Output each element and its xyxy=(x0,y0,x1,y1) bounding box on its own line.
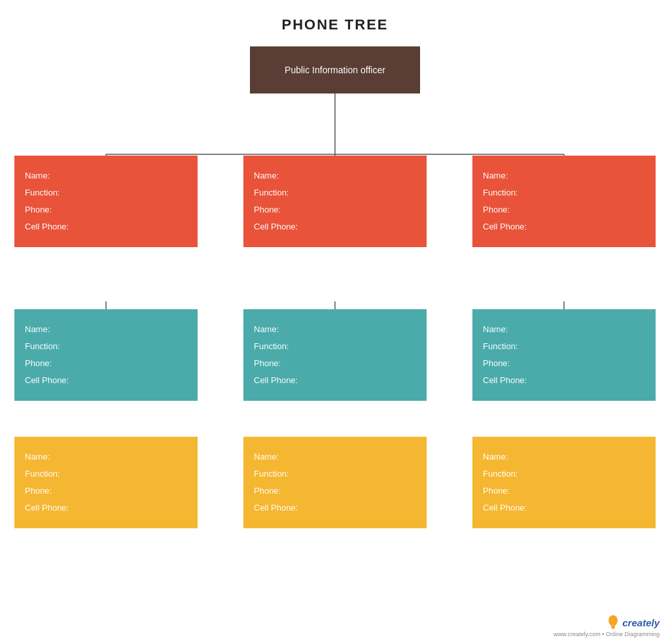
watermark-sub: www.creately.com • Online Diagramming xyxy=(554,631,660,637)
creately-logo: creately xyxy=(554,614,660,631)
card-name: Name: xyxy=(254,167,416,184)
page: PHONE TREE xyxy=(0,0,670,644)
creately-icon xyxy=(607,614,619,631)
card-phone: Phone: xyxy=(254,483,416,500)
card-name: Name: xyxy=(483,167,645,184)
tree-container: Public Information officer Name: Functio… xyxy=(13,46,657,528)
card-function: Function: xyxy=(254,338,416,355)
watermark: creately www.creately.com • Online Diagr… xyxy=(554,614,660,637)
card-cellphone: Cell Phone: xyxy=(483,500,645,517)
card-l1-3: Name: Function: Phone: Cell Phone: xyxy=(472,156,656,247)
card-function: Function: xyxy=(483,338,645,355)
card-cellphone: Cell Phone: xyxy=(483,372,645,389)
svg-rect-13 xyxy=(612,628,614,629)
card-function: Function: xyxy=(25,184,187,201)
card-cellphone: Cell Phone: xyxy=(25,218,187,235)
level-3-row: Name: Function: Phone: Cell Phone: Name:… xyxy=(13,437,657,528)
card-cellphone: Cell Phone: xyxy=(483,218,645,235)
watermark-content: creately www.creately.com • Online Diagr… xyxy=(554,614,660,637)
card-name: Name: xyxy=(483,321,645,338)
root-label: Public Information officer xyxy=(285,65,385,75)
card-l2-2: Name: Function: Phone: Cell Phone: xyxy=(243,309,427,401)
card-l1-1: Name: Function: Phone: Cell Phone: xyxy=(14,156,198,247)
card-name: Name: xyxy=(25,167,187,184)
card-name: Name: xyxy=(483,449,645,466)
card-function: Function: xyxy=(483,466,645,483)
card-phone: Phone: xyxy=(25,483,187,500)
card-cellphone: Cell Phone: xyxy=(254,500,416,517)
card-l2-1: Name: Function: Phone: Cell Phone: xyxy=(14,309,198,401)
card-phone: Phone: xyxy=(483,355,645,372)
level-2-row: Name: Function: Phone: Cell Phone: Name:… xyxy=(13,309,657,401)
root-node: Public Information officer xyxy=(250,46,420,93)
card-phone: Phone: xyxy=(25,355,187,372)
card-cellphone: Cell Phone: xyxy=(254,218,416,235)
card-l3-3: Name: Function: Phone: Cell Phone: xyxy=(472,437,656,528)
card-function: Function: xyxy=(25,338,187,355)
card-function: Function: xyxy=(254,184,416,201)
card-l1-2: Name: Function: Phone: Cell Phone: xyxy=(243,156,427,247)
card-phone: Phone: xyxy=(25,201,187,218)
card-name: Name: xyxy=(25,321,187,338)
card-phone: Phone: xyxy=(254,201,416,218)
card-function: Function: xyxy=(25,466,187,483)
card-name: Name: xyxy=(254,449,416,466)
watermark-brand: creately xyxy=(622,617,660,628)
card-l3-1: Name: Function: Phone: Cell Phone: xyxy=(14,437,198,528)
card-cellphone: Cell Phone: xyxy=(25,500,187,517)
card-l3-2: Name: Function: Phone: Cell Phone: xyxy=(243,437,427,528)
page-title: PHONE TREE xyxy=(13,16,657,33)
card-cellphone: Cell Phone: xyxy=(254,372,416,389)
card-phone: Phone: xyxy=(254,355,416,372)
card-phone: Phone: xyxy=(483,201,645,218)
card-name: Name: xyxy=(254,321,416,338)
card-function: Function: xyxy=(483,184,645,201)
card-phone: Phone: xyxy=(483,483,645,500)
card-l2-3: Name: Function: Phone: Cell Phone: xyxy=(472,309,656,401)
svg-point-11 xyxy=(608,615,618,626)
card-cellphone: Cell Phone: xyxy=(25,372,187,389)
card-name: Name: xyxy=(25,449,187,466)
card-function: Function: xyxy=(254,466,416,483)
svg-rect-12 xyxy=(611,626,615,628)
level-1-row: Name: Function: Phone: Cell Phone: Name:… xyxy=(13,156,657,247)
